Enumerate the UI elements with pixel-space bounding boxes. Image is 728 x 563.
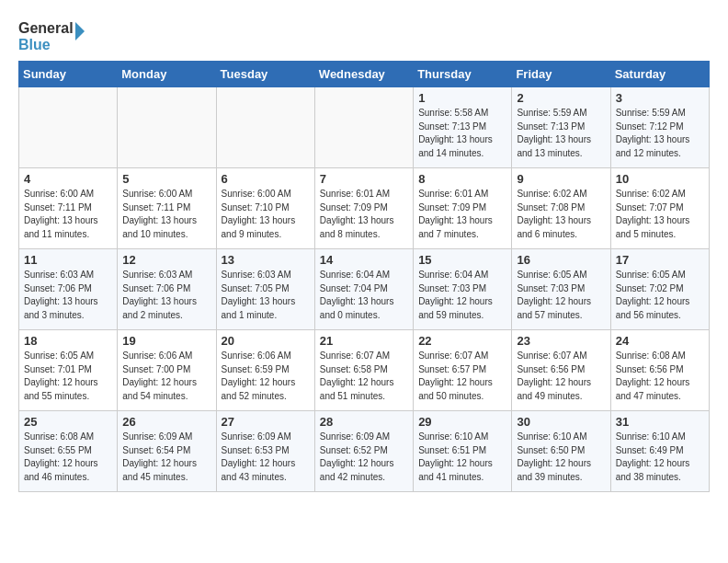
weekday-header-friday: Friday (512, 62, 610, 87)
weekday-header-saturday: Saturday (610, 62, 709, 87)
day-number: 1 (418, 91, 506, 105)
calendar-week-row: 25Sunrise: 6:08 AM Sunset: 6:55 PM Dayli… (19, 411, 710, 492)
calendar-week-row: 18Sunrise: 6:05 AM Sunset: 7:01 PM Dayli… (19, 330, 710, 411)
day-info: Sunrise: 6:06 AM Sunset: 7:00 PM Dayligh… (122, 350, 210, 403)
day-number: 17 (616, 253, 704, 267)
calendar-cell: 26Sunrise: 6:09 AM Sunset: 6:54 PM Dayli… (118, 411, 216, 492)
calendar-cell: 14Sunrise: 6:04 AM Sunset: 7:04 PM Dayli… (314, 249, 413, 330)
day-number: 11 (24, 253, 112, 267)
day-info: Sunrise: 6:01 AM Sunset: 7:09 PM Dayligh… (320, 188, 408, 241)
day-number: 31 (616, 415, 704, 429)
calendar-body: 1Sunrise: 5:58 AM Sunset: 7:13 PM Daylig… (19, 87, 710, 492)
day-number: 12 (122, 253, 210, 267)
day-number: 16 (517, 253, 605, 267)
day-number: 5 (122, 172, 210, 186)
day-number: 23 (517, 334, 605, 348)
day-info: Sunrise: 6:05 AM Sunset: 7:03 PM Dayligh… (517, 269, 605, 322)
calendar-cell: 22Sunrise: 6:07 AM Sunset: 6:57 PM Dayli… (414, 330, 512, 411)
calendar-cell: 10Sunrise: 6:02 AM Sunset: 7:07 PM Dayli… (610, 168, 709, 249)
day-number: 14 (320, 253, 408, 267)
weekday-header-monday: Monday (118, 62, 216, 87)
calendar-cell: 15Sunrise: 6:04 AM Sunset: 7:03 PM Dayli… (414, 249, 512, 330)
calendar-cell: 16Sunrise: 6:05 AM Sunset: 7:03 PM Dayli… (512, 249, 610, 330)
day-info: Sunrise: 6:09 AM Sunset: 6:52 PM Dayligh… (320, 431, 408, 484)
day-info: Sunrise: 5:58 AM Sunset: 7:13 PM Dayligh… (418, 107, 506, 160)
day-number: 29 (418, 415, 506, 429)
day-number: 15 (418, 253, 506, 267)
day-number: 21 (320, 334, 408, 348)
calendar-cell: 8Sunrise: 6:01 AM Sunset: 7:09 PM Daylig… (414, 168, 512, 249)
day-number: 18 (24, 334, 112, 348)
day-info: Sunrise: 6:00 AM Sunset: 7:11 PM Dayligh… (24, 188, 112, 241)
day-info: Sunrise: 6:10 AM Sunset: 6:50 PM Dayligh… (517, 431, 605, 484)
day-info: Sunrise: 5:59 AM Sunset: 7:12 PM Dayligh… (616, 107, 704, 160)
day-number: 20 (222, 334, 310, 348)
weekday-header-thursday: Thursday (414, 62, 512, 87)
day-number: 13 (222, 253, 310, 267)
weekday-header-sunday: Sunday (19, 62, 118, 87)
day-info: Sunrise: 6:00 AM Sunset: 7:11 PM Dayligh… (122, 188, 210, 241)
calendar-cell: 1Sunrise: 5:58 AM Sunset: 7:13 PM Daylig… (414, 87, 512, 168)
day-info: Sunrise: 6:04 AM Sunset: 7:04 PM Dayligh… (320, 269, 408, 322)
day-info: Sunrise: 6:09 AM Sunset: 6:53 PM Dayligh… (222, 431, 310, 484)
day-number: 19 (122, 334, 210, 348)
day-info: Sunrise: 6:07 AM Sunset: 6:56 PM Dayligh… (517, 350, 605, 403)
calendar-cell (314, 87, 413, 168)
day-info: Sunrise: 6:01 AM Sunset: 7:09 PM Dayligh… (418, 188, 506, 241)
calendar-cell: 6Sunrise: 6:00 AM Sunset: 7:10 PM Daylig… (216, 168, 314, 249)
svg-marker-2 (75, 22, 85, 40)
day-info: Sunrise: 6:05 AM Sunset: 7:01 PM Dayligh… (24, 350, 112, 403)
calendar-cell: 21Sunrise: 6:07 AM Sunset: 6:58 PM Dayli… (314, 330, 413, 411)
day-info: Sunrise: 6:09 AM Sunset: 6:54 PM Dayligh… (122, 431, 210, 484)
day-info: Sunrise: 6:00 AM Sunset: 7:10 PM Dayligh… (222, 188, 310, 241)
day-info: Sunrise: 6:05 AM Sunset: 7:02 PM Dayligh… (616, 269, 704, 322)
calendar-cell: 9Sunrise: 6:02 AM Sunset: 7:08 PM Daylig… (512, 168, 610, 249)
calendar-cell (118, 87, 216, 168)
calendar-cell: 20Sunrise: 6:06 AM Sunset: 6:59 PM Dayli… (216, 330, 314, 411)
day-info: Sunrise: 6:08 AM Sunset: 6:56 PM Dayligh… (616, 350, 704, 403)
weekday-header-row: SundayMondayTuesdayWednesdayThursdayFrid… (19, 62, 710, 87)
day-info: Sunrise: 6:06 AM Sunset: 6:59 PM Dayligh… (222, 350, 310, 403)
weekday-header-wednesday: Wednesday (314, 62, 413, 87)
day-number: 27 (222, 415, 310, 429)
calendar-header: SundayMondayTuesdayWednesdayThursdayFrid… (19, 62, 710, 87)
day-info: Sunrise: 6:08 AM Sunset: 6:55 PM Dayligh… (24, 431, 112, 484)
calendar-cell: 29Sunrise: 6:10 AM Sunset: 6:51 PM Dayli… (414, 411, 512, 492)
day-number: 7 (320, 172, 408, 186)
calendar-week-row: 11Sunrise: 6:03 AM Sunset: 7:06 PM Dayli… (19, 249, 710, 330)
day-number: 9 (517, 172, 605, 186)
day-info: Sunrise: 6:02 AM Sunset: 7:07 PM Dayligh… (616, 188, 704, 241)
day-number: 4 (24, 172, 112, 186)
calendar-cell: 12Sunrise: 6:03 AM Sunset: 7:06 PM Dayli… (118, 249, 216, 330)
svg-text:Blue: Blue (18, 37, 51, 52)
day-number: 8 (418, 172, 506, 186)
calendar-cell (19, 87, 118, 168)
day-info: Sunrise: 6:10 AM Sunset: 6:49 PM Dayligh… (616, 431, 704, 484)
day-info: Sunrise: 6:03 AM Sunset: 7:05 PM Dayligh… (222, 269, 310, 322)
day-number: 10 (616, 172, 704, 186)
calendar-week-row: 4Sunrise: 6:00 AM Sunset: 7:11 PM Daylig… (19, 168, 710, 249)
day-number: 30 (517, 415, 605, 429)
logo-icon: GeneralBlue (18, 18, 92, 53)
day-number: 22 (418, 334, 506, 348)
calendar-cell: 2Sunrise: 5:59 AM Sunset: 7:13 PM Daylig… (512, 87, 610, 168)
svg-text:General: General (18, 20, 74, 36)
day-info: Sunrise: 6:02 AM Sunset: 7:08 PM Dayligh… (517, 188, 605, 241)
calendar-cell: 5Sunrise: 6:00 AM Sunset: 7:11 PM Daylig… (118, 168, 216, 249)
calendar-cell: 23Sunrise: 6:07 AM Sunset: 6:56 PM Dayli… (512, 330, 610, 411)
day-number: 28 (320, 415, 408, 429)
calendar-cell: 24Sunrise: 6:08 AM Sunset: 6:56 PM Dayli… (610, 330, 709, 411)
logo: GeneralBlue (18, 18, 92, 53)
calendar-cell: 30Sunrise: 6:10 AM Sunset: 6:50 PM Dayli… (512, 411, 610, 492)
day-number: 2 (517, 91, 605, 105)
weekday-header-tuesday: Tuesday (216, 62, 314, 87)
calendar-cell: 19Sunrise: 6:06 AM Sunset: 7:00 PM Dayli… (118, 330, 216, 411)
day-info: Sunrise: 5:59 AM Sunset: 7:13 PM Dayligh… (517, 107, 605, 160)
calendar-cell (216, 87, 314, 168)
calendar-cell: 7Sunrise: 6:01 AM Sunset: 7:09 PM Daylig… (314, 168, 413, 249)
day-info: Sunrise: 6:10 AM Sunset: 6:51 PM Dayligh… (418, 431, 506, 484)
calendar-cell: 3Sunrise: 5:59 AM Sunset: 7:12 PM Daylig… (610, 87, 709, 168)
calendar-cell: 28Sunrise: 6:09 AM Sunset: 6:52 PM Dayli… (314, 411, 413, 492)
calendar-cell: 13Sunrise: 6:03 AM Sunset: 7:05 PM Dayli… (216, 249, 314, 330)
calendar-cell: 17Sunrise: 6:05 AM Sunset: 7:02 PM Dayli… (610, 249, 709, 330)
